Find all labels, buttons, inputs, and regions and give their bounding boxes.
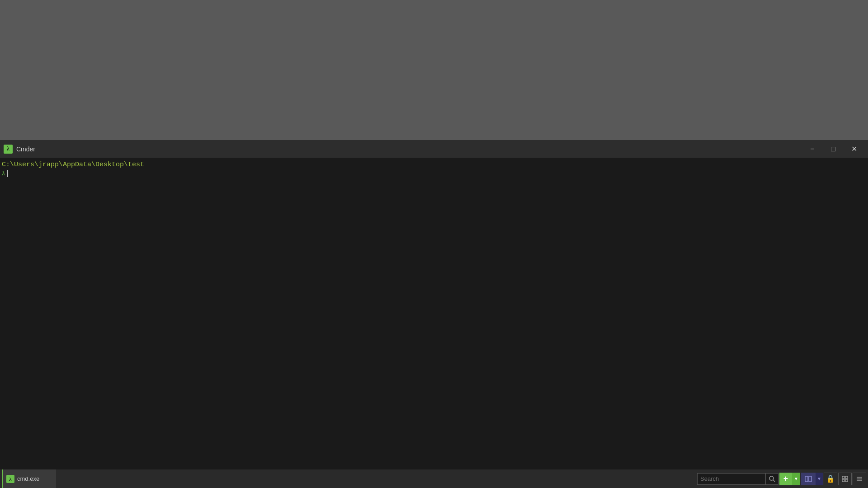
menu-button[interactable] xyxy=(853,473,866,485)
settings-grid-button[interactable] xyxy=(838,473,852,485)
lambda-icon-symbol: λ xyxy=(7,145,9,152)
terminal-lambda-symbol: λ xyxy=(2,169,5,177)
search-input[interactable] xyxy=(698,475,765,482)
close-button[interactable]: ✕ xyxy=(844,140,864,158)
taskbar-app-icon: λ xyxy=(6,475,14,483)
panel-dropdown[interactable]: ▼ xyxy=(816,473,823,485)
panel-icon xyxy=(805,476,812,482)
terminal-path-line: C:\Users\jrapp\AppData\Desktop\test xyxy=(0,160,868,169)
desktop-background xyxy=(0,0,868,140)
terminal-cursor xyxy=(7,170,8,177)
taskbar-right-controls: + ▼ ▼ 🔒 xyxy=(697,469,866,488)
new-tab-dropdown[interactable]: ▼ xyxy=(792,473,800,485)
lock-button[interactable]: 🔒 xyxy=(824,473,837,485)
panel-button[interactable] xyxy=(801,473,816,485)
title-bar: λ Cmder − □ ✕ xyxy=(0,140,868,158)
svg-rect-4 xyxy=(842,476,844,479)
svg-rect-5 xyxy=(845,476,848,479)
terminal-prompt-line: λ xyxy=(0,169,868,177)
svg-point-0 xyxy=(769,476,774,480)
search-box xyxy=(697,473,778,485)
title-bar-left: λ Cmder xyxy=(4,145,35,154)
grid-icon xyxy=(842,476,848,482)
new-tab-group: + ▼ xyxy=(779,473,800,485)
maximize-button[interactable]: □ xyxy=(823,140,844,158)
svg-rect-3 xyxy=(809,476,811,482)
hamburger-icon xyxy=(856,476,863,482)
search-icon xyxy=(769,476,775,482)
svg-rect-7 xyxy=(845,479,848,482)
taskbar-lambda-symbol: λ xyxy=(9,476,11,482)
svg-rect-6 xyxy=(842,479,844,482)
taskbar-app-item[interactable]: λ cmd.exe xyxy=(2,469,56,488)
taskbar: λ cmd.exe + ▼ xyxy=(0,469,868,488)
window-title: Cmder xyxy=(16,145,35,153)
new-tab-button[interactable]: + xyxy=(779,473,792,485)
title-bar-controls: − □ ✕ xyxy=(802,140,864,158)
search-button[interactable] xyxy=(765,473,778,485)
taskbar-app-label: cmd.exe xyxy=(17,475,39,482)
app-icon: λ xyxy=(4,145,13,154)
terminal-content[interactable]: C:\Users\jrapp\AppData\Desktop\test λ xyxy=(0,158,868,469)
svg-rect-2 xyxy=(805,476,808,482)
minimize-button[interactable]: − xyxy=(802,140,823,158)
svg-line-1 xyxy=(773,480,775,482)
panel-group: ▼ xyxy=(801,473,823,485)
